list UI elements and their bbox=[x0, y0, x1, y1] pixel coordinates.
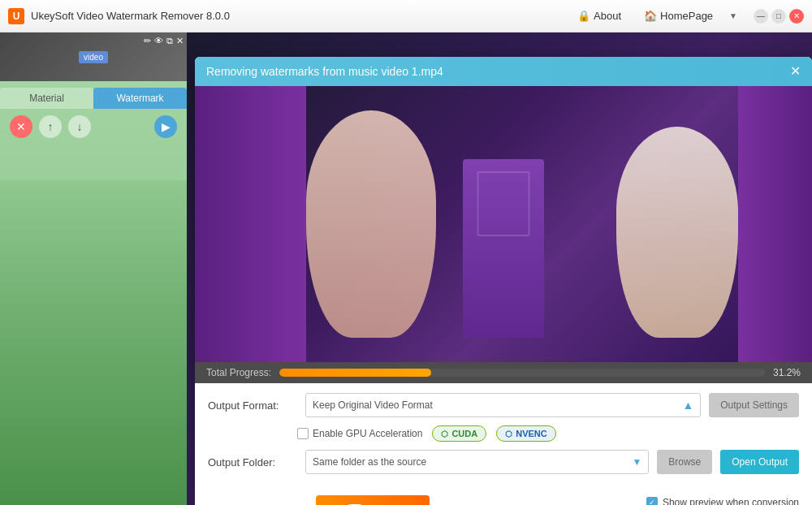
thumb-close-icon[interactable]: ✕ bbox=[176, 36, 184, 46]
copy-icon[interactable]: ⧉ bbox=[166, 36, 173, 46]
output-format-label: Output Format: bbox=[208, 399, 297, 412]
dialog-title: Removing watermarks from music video 1.m… bbox=[206, 65, 443, 78]
progress-percentage: 31.2% bbox=[773, 367, 801, 378]
move-up-button[interactable]: ↑ bbox=[39, 115, 62, 138]
sidebar-content: ✏ 👁 ⧉ ✕ video Material Watermark ✕ ↑ ↓ ▶ bbox=[0, 32, 187, 145]
dropdown-arrow-icon[interactable]: ▼ bbox=[729, 11, 737, 20]
progress-bar-fill bbox=[279, 369, 431, 377]
delete-button[interactable]: ✕ bbox=[10, 115, 32, 138]
wall-right bbox=[738, 86, 812, 362]
window-controls: — □ ✕ bbox=[754, 9, 804, 24]
output-folder-value: Same folder as the source bbox=[313, 456, 426, 468]
tab-watermark[interactable]: Watermark bbox=[93, 88, 187, 109]
progress-label: Total Progress: bbox=[206, 367, 271, 378]
format-dropdown-icon: ▲ bbox=[682, 399, 693, 412]
nvenc-badge: ⬡ NVENC bbox=[496, 425, 556, 442]
sidebar: ✏ 👁 ⧉ ✕ video Material Watermark ✕ ↑ ↓ ▶ bbox=[0, 32, 187, 505]
output-format-row: Output Format: Keep Original Video Forma… bbox=[208, 393, 799, 417]
cuda-logo: ⬡ bbox=[441, 429, 448, 438]
show-preview-check-box: ✓ bbox=[646, 497, 658, 505]
dialog-door bbox=[463, 159, 544, 338]
gpu-acceleration-checkbox[interactable]: Enable GPU Acceleration bbox=[297, 428, 422, 439]
about-label: About bbox=[594, 10, 621, 22]
minimize-button[interactable]: — bbox=[754, 9, 768, 24]
sidebar-actions: ✕ ↑ ↓ ▶ bbox=[0, 109, 187, 145]
gpu-checkbox-box bbox=[297, 428, 309, 439]
show-preview-label: Show preview when conversion bbox=[663, 497, 799, 505]
nvenc-label: NVENC bbox=[516, 429, 547, 438]
sidebar-background bbox=[0, 180, 187, 505]
app-title: UkeySoft Video Watermark Remover 8.0.0 bbox=[31, 10, 230, 22]
thumbnail-icons: ✏ 👁 ⧉ ✕ bbox=[144, 36, 184, 46]
dialog-figure-left bbox=[306, 110, 436, 338]
about-button[interactable]: 🔒 About bbox=[571, 6, 628, 25]
move-down-button[interactable]: ↓ bbox=[68, 115, 91, 138]
sidebar-thumbnail: ✏ 👁 ⧉ ✕ video bbox=[0, 32, 187, 81]
progress-bar-background bbox=[279, 369, 765, 377]
close-button[interactable]: ✕ bbox=[789, 9, 804, 24]
output-format-value: Keep Original Video Format bbox=[313, 399, 433, 411]
home-icon: 🏠 bbox=[644, 10, 657, 22]
open-output-button[interactable]: Open Output bbox=[720, 450, 799, 474]
main-content: ✏ 👁 ⧉ ✕ video Material Watermark ✕ ↑ ↓ ▶ bbox=[0, 32, 812, 505]
homepage-button[interactable]: 🏠 HomePage bbox=[637, 6, 719, 25]
dialog-figure-right bbox=[616, 127, 738, 338]
progress-area: Total Progress: 31.2% bbox=[195, 362, 812, 383]
cuda-label: CUDA bbox=[451, 429, 477, 438]
nvenc-logo: ⬡ bbox=[505, 429, 512, 438]
homepage-label: HomePage bbox=[660, 10, 713, 22]
dialog-close-button[interactable]: ✕ bbox=[790, 65, 801, 78]
edit-icon[interactable]: ✏ bbox=[144, 36, 151, 46]
dialog: Removing watermarks from music video 1.m… bbox=[195, 57, 812, 505]
output-folder-row: Output Folder: Same folder as the source… bbox=[208, 450, 799, 474]
thumbnail-label: video bbox=[79, 51, 108, 63]
output-settings-button[interactable]: Output Settings bbox=[709, 393, 799, 417]
gpu-row: Enable GPU Acceleration ⬡ CUDA ⬡ NVENC bbox=[297, 425, 799, 442]
browse-button[interactable]: Browse bbox=[657, 450, 712, 474]
folder-dropdown-icon: ▼ bbox=[632, 456, 641, 468]
gpu-label: Enable GPU Acceleration bbox=[313, 428, 422, 439]
settings-area: Output Format: Keep Original Video Forma… bbox=[195, 383, 812, 489]
title-bar-left: U UkeySoft Video Watermark Remover 8.0.0 bbox=[8, 8, 571, 24]
lock-icon: 🔒 bbox=[577, 10, 590, 22]
output-folder-label: Output Folder: bbox=[208, 456, 297, 468]
eye-icon[interactable]: 👁 bbox=[154, 36, 163, 46]
stop-row: Stop ✓ Show preview when conversion Shut… bbox=[195, 489, 812, 505]
output-format-select[interactable]: Keep Original Video Format ▲ bbox=[305, 393, 701, 417]
sidebar-tabs: Material Watermark bbox=[0, 88, 187, 109]
maximize-button[interactable]: □ bbox=[771, 9, 786, 24]
dialog-door-panel bbox=[477, 171, 530, 236]
dialog-video-preview bbox=[195, 86, 812, 362]
right-checkboxes: ✓ Show preview when conversion Shutdown … bbox=[646, 497, 799, 505]
show-preview-checkbox[interactable]: ✓ Show preview when conversion bbox=[646, 497, 799, 505]
dialog-header: Removing watermarks from music video 1.m… bbox=[195, 57, 812, 86]
play-button[interactable]: ▶ bbox=[154, 115, 177, 138]
output-folder-select[interactable]: Same folder as the source ▼ bbox=[305, 450, 649, 474]
title-bar: U UkeySoft Video Watermark Remover 8.0.0… bbox=[0, 0, 812, 32]
stop-button[interactable]: Stop bbox=[316, 495, 430, 505]
tab-material[interactable]: Material bbox=[0, 88, 93, 109]
right-area: 03:40.659 📷 🔊 Removing watermarks from m… bbox=[187, 32, 812, 505]
app-icon: U bbox=[8, 8, 24, 24]
wall-left bbox=[195, 86, 306, 362]
title-bar-right: 🔒 About 🏠 HomePage ▼ — □ ✕ bbox=[571, 6, 804, 25]
cuda-badge: ⬡ CUDA bbox=[432, 425, 486, 442]
